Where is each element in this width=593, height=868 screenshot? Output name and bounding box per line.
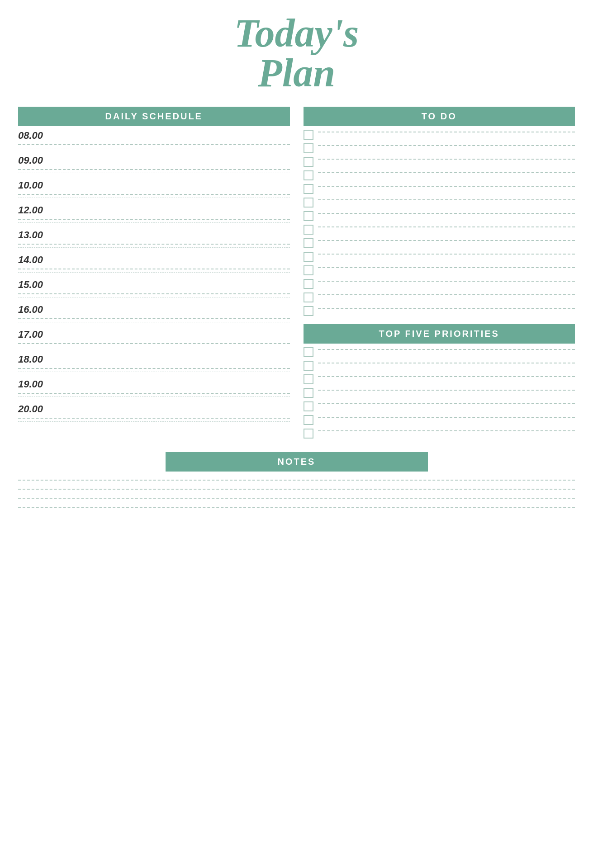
time-slot-2000: 20.00: [18, 400, 290, 425]
priority-checkbox-7[interactable]: [304, 429, 313, 439]
todo-item-7: [304, 208, 575, 221]
time-slot-0800: 08.00: [18, 126, 290, 151]
checkbox-8[interactable]: [304, 225, 313, 235]
time-slot-1200: 12.00: [18, 201, 290, 226]
time-label-1600: 16.00: [18, 304, 290, 316]
priorities-section: TOP FIVE PRIORITIES: [304, 316, 575, 439]
todo-item-11: [304, 262, 575, 275]
priority-checkbox-6[interactable]: [304, 415, 313, 425]
checkbox-5[interactable]: [304, 184, 313, 194]
time-slot-1800: 18.00: [18, 350, 290, 375]
checkbox-6[interactable]: [304, 198, 313, 208]
todo-item-1: [304, 126, 575, 140]
todo-item-5: [304, 180, 575, 194]
todo-item-8: [304, 221, 575, 235]
time-slot-1500: 15.00: [18, 275, 290, 300]
time-label-2000: 20.00: [18, 403, 290, 415]
priority-item-5: [304, 398, 575, 411]
daily-schedule-header: DAILY SCHEDULE: [18, 107, 290, 126]
notes-header: NOTES: [166, 452, 428, 472]
priority-checkbox-3[interactable]: [304, 374, 313, 384]
priority-checkbox-5[interactable]: [304, 401, 313, 411]
time-slot-1700: 17.00: [18, 325, 290, 350]
todo-item-2: [304, 140, 575, 153]
title-line1: Today's: [18, 14, 575, 53]
todo-item-4: [304, 167, 575, 180]
time-label-1500: 15.00: [18, 279, 290, 291]
time-slot-0900: 09.00: [18, 151, 290, 176]
todo-item-10: [304, 248, 575, 262]
checkbox-1[interactable]: [304, 130, 313, 140]
checkbox-4[interactable]: [304, 170, 313, 180]
checkbox-10[interactable]: [304, 252, 313, 262]
time-label-0900: 09.00: [18, 155, 290, 166]
time-slot-1000: 10.00: [18, 176, 290, 201]
priorities-header: TOP FIVE PRIORITIES: [304, 324, 575, 344]
checkbox-14[interactable]: [304, 306, 313, 316]
daily-schedule-section: DAILY SCHEDULE 08.00 09.00 10.00 12.00 1…: [18, 107, 290, 439]
todo-item-3: [304, 153, 575, 167]
todo-item-14: [304, 302, 575, 316]
checkbox-13[interactable]: [304, 292, 313, 302]
time-label-1800: 18.00: [18, 354, 290, 365]
checkbox-12[interactable]: [304, 279, 313, 289]
notes-lines: [18, 480, 575, 508]
time-slot-1600: 16.00: [18, 300, 290, 325]
checkbox-3[interactable]: [304, 157, 313, 167]
checkbox-2[interactable]: [304, 143, 313, 153]
title-line2: Plan: [18, 53, 575, 93]
todo-header: TO DO: [304, 107, 575, 126]
time-label-1900: 19.00: [18, 378, 290, 390]
notes-section: NOTES: [18, 452, 575, 516]
todo-item-12: [304, 275, 575, 289]
todo-item-6: [304, 194, 575, 208]
priority-item-4: [304, 384, 575, 398]
priority-item-3: [304, 371, 575, 384]
checkbox-7[interactable]: [304, 211, 313, 221]
time-label-1400: 14.00: [18, 254, 290, 266]
page-title: Today's Plan: [18, 14, 575, 93]
checkbox-11[interactable]: [304, 265, 313, 275]
time-slot-1300: 13.00: [18, 226, 290, 250]
todo-section: TO DO: [304, 107, 575, 316]
priority-checkbox-2[interactable]: [304, 361, 313, 371]
time-slot-1900: 19.00: [18, 375, 290, 400]
time-label-0800: 08.00: [18, 130, 290, 142]
todo-item-9: [304, 235, 575, 248]
priority-checkbox-4[interactable]: [304, 388, 313, 398]
right-column: TO DO: [304, 107, 575, 439]
priority-item-7: [304, 425, 575, 439]
priority-item-1: [304, 344, 575, 357]
time-slot-1400: 14.00: [18, 250, 290, 275]
time-label-1000: 10.00: [18, 179, 290, 191]
time-label-1200: 12.00: [18, 204, 290, 216]
priority-checkbox-1[interactable]: [304, 347, 313, 357]
time-label-1700: 17.00: [18, 329, 290, 340]
todo-item-13: [304, 289, 575, 302]
time-label-1300: 13.00: [18, 229, 290, 241]
priority-item-6: [304, 411, 575, 425]
checkbox-9[interactable]: [304, 238, 313, 248]
priority-item-2: [304, 357, 575, 371]
